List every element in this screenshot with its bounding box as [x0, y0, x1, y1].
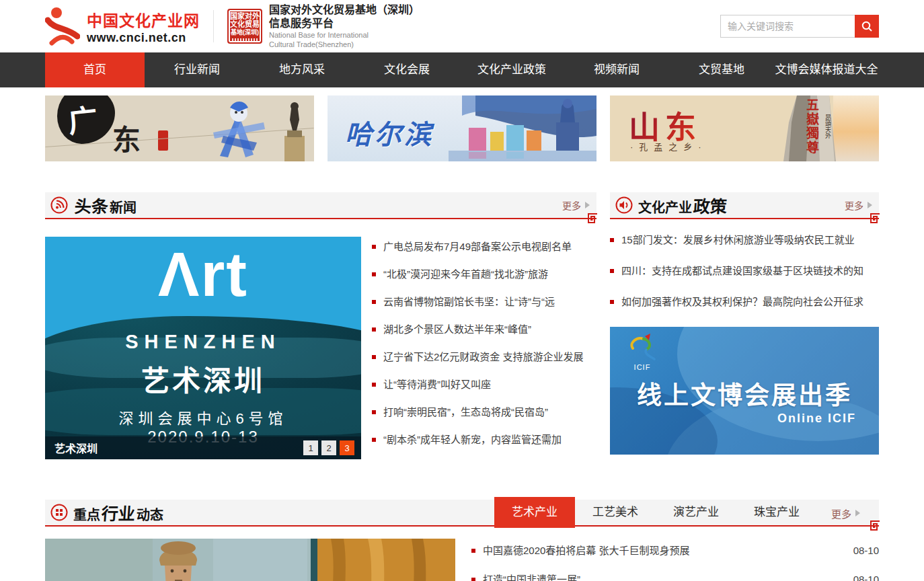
site-url: www.cnci.net.cn	[87, 31, 200, 45]
header-divider	[213, 10, 214, 42]
slide-caption-bar: 艺术深圳 1 2 3	[45, 436, 361, 459]
policy-speaker-icon	[615, 196, 633, 214]
base-subtitle-line1: National Base for International	[269, 30, 420, 40]
nav-item-media-reports[interactable]: 文博会媒体报道大全	[774, 52, 879, 87]
nav-item-culture-expo[interactable]: 文化会展	[354, 52, 459, 87]
art-logo-sub: SHENZHEN	[45, 331, 361, 353]
more-arrow-icon	[868, 202, 872, 208]
icif-ribbon-icon	[627, 334, 657, 360]
logo-figure-icon	[45, 7, 80, 46]
site-logo[interactable]: 中国文化产业网 www.cnci.net.cn	[45, 7, 200, 46]
headline-more-link[interactable]: 更多	[562, 198, 590, 212]
harbin-cityscape	[449, 95, 596, 161]
icif-banner[interactable]: ICIF 线上文博会展出季 Online ICIF	[610, 327, 879, 455]
nav-item-local-style[interactable]: 地方风采	[249, 52, 354, 87]
industry-grid-icon	[50, 504, 68, 521]
region-banners: 广 东	[45, 95, 879, 161]
tab-jewelry[interactable]: 珠宝产业	[736, 497, 817, 528]
banner-harbin-title: 哈尔滨	[345, 113, 434, 152]
news-item[interactable]: “剧本杀”成年轻人新宠，内容监管还需加	[372, 426, 596, 453]
art-logo: Λrt	[45, 243, 361, 305]
industry-article-image[interactable]	[45, 539, 455, 581]
policy-section-header: 文化产业 政策 更多	[610, 192, 879, 219]
news-item[interactable]: 让“等待消费”叫好又叫座	[372, 371, 596, 398]
policy-news-list: 15部门发文：发展乡村休闲旅游业等吸纳农民工就业 四川：支持在成都试点建设国家级…	[610, 225, 879, 317]
sunrise-sky	[833, 95, 879, 161]
seal-micro-text	[232, 38, 258, 42]
more-arrow-icon	[855, 510, 860, 516]
corner-ornament-icon	[870, 520, 880, 531]
banner-guangdong-char1: 广	[66, 95, 100, 141]
main-nav: 首页 行业新闻 地方风采 文化会展 文化产业政策 视频新闻 文贸基地 文博会媒体…	[0, 52, 924, 87]
seal-line: 文化贸易	[230, 20, 260, 28]
industry-news-item[interactable]: 中国嘉德2020春拍将启幕 张大千巨制现身预展 08-10	[471, 536, 879, 565]
headline-news-list: 广电总局发布7月49部备案公示电视剧名单 “北极”漠河迎来今年首趟“找北游”旅游…	[361, 233, 596, 459]
industry-section-header: 重点 行业 动态 艺术产业 工艺美术 演艺产业 珠宝产业 更多	[45, 500, 879, 527]
icif-logo-text: ICIF	[622, 363, 662, 371]
site-name: 中国文化产业网	[87, 8, 200, 31]
art-logo-cn: 艺术深圳	[45, 358, 361, 399]
icif-subtitle: Online ICIF	[777, 412, 856, 426]
industry-news-date: 08-10	[853, 536, 879, 565]
tab-art-industry[interactable]: 艺术产业	[494, 497, 575, 528]
industry-news-item[interactable]: 打造“中国非遗第一展” 08-10	[471, 565, 879, 581]
industry-news-text: 打造“中国非遗第一展”	[483, 565, 580, 581]
pager-dot-3[interactable]: 3	[340, 440, 354, 455]
nav-item-industry-news[interactable]: 行业新闻	[145, 52, 249, 87]
banner-guangdong-char2: 东	[112, 117, 141, 158]
industry-news-list: 中国嘉德2020春拍将启幕 张大千巨制现身预展 08-10 打造“中国非遗第一展…	[455, 536, 879, 581]
headline-broadcast-icon	[50, 196, 68, 214]
industry-more-link[interactable]: 更多	[831, 500, 860, 527]
news-item[interactable]: 打响“崇明民宿”，生态岛将成“民宿岛”	[372, 398, 596, 426]
news-item[interactable]: 辽宁省下达2亿元财政资金 支持旅游企业发展	[372, 343, 596, 371]
slide-pager: 1 2 3	[303, 440, 354, 455]
title-plain: 重点	[73, 504, 100, 524]
news-item[interactable]: “北极”漠河迎来今年首趟“找北游”旅游	[372, 260, 596, 288]
tab-performing-arts[interactable]: 演艺产业	[656, 497, 736, 528]
banner-harbin[interactable]: 哈尔滨	[328, 95, 596, 161]
banner-guangdong[interactable]: 广 东	[45, 95, 314, 161]
slide-caption: 艺术深圳	[54, 440, 98, 456]
more-arrow-icon	[585, 202, 590, 208]
base-title-line2: 信息服务平台	[269, 17, 420, 30]
painting-man-with-pipe	[45, 539, 455, 581]
pager-dot-1[interactable]: 1	[303, 440, 318, 455]
nav-item-video-news[interactable]: 视频新闻	[564, 52, 669, 87]
title-calligraphy: 头条	[74, 193, 110, 217]
tab-arts-crafts[interactable]: 工艺美术	[575, 497, 656, 528]
title-plain: 动态	[137, 504, 163, 524]
policy-more-link[interactable]: 更多	[845, 198, 872, 212]
pager-dot-2[interactable]: 2	[321, 440, 336, 455]
corner-ornament-icon	[587, 213, 598, 224]
industry-news-text: 中国嘉德2020春拍将启幕 张大千巨制现身预展	[483, 536, 690, 565]
icif-logo: ICIF	[622, 334, 662, 373]
news-item[interactable]: 湖北多个景区人数达半年来“峰值”	[372, 315, 596, 343]
news-item[interactable]: 云南省博物馆副馆长韦坚：让“诗”与“远	[372, 288, 596, 315]
stone-inscription: 五嶽獨尊	[802, 98, 820, 155]
icif-title: 线上文博会展出季	[610, 375, 879, 412]
search-input[interactable]	[720, 15, 855, 38]
stone-inscription-small: 昂頭天外	[824, 114, 833, 139]
nav-item-trade-base[interactable]: 文贸基地	[669, 52, 774, 87]
headline-section-title: 头条 新闻	[73, 193, 137, 217]
header: 中国文化产业网 www.cnci.net.cn 国家对外 文化贸易 基地(深圳)…	[45, 0, 879, 52]
news-item[interactable]: 广电总局发布7月49部备案公示电视剧名单	[372, 233, 596, 260]
industry-news-date: 08-10	[853, 565, 879, 581]
policy-item[interactable]: 15部门发文：发展乡村休闲旅游业等吸纳农民工就业	[610, 225, 879, 256]
base-title-block: 国家对外文化贸易基地（深圳） 信息服务平台 National Base for …	[269, 3, 420, 49]
nav-item-policy[interactable]: 文化产业政策	[459, 52, 564, 87]
nav-item-home[interactable]: 首页	[45, 52, 145, 87]
title-calligraphy: 政策	[693, 193, 728, 217]
policy-item[interactable]: 四川：支持在成都试点建设国家级基于区块链技术的知	[610, 256, 879, 286]
seal-line: 国家对外	[230, 12, 260, 20]
policy-item[interactable]: 如何加强著作权及其权利保护？最高院向社会公开征求	[610, 286, 879, 317]
base-subtitle-line2: Cultural Trade(Shenzhen)	[269, 40, 420, 49]
headline-section-header: 头条 新闻 更多	[45, 192, 596, 219]
industry-tabs: 艺术产业 工艺美术 演艺产业 珠宝产业	[494, 497, 817, 528]
featured-slide[interactable]: Λrt SHENZHEN 艺术深圳 深圳会展中心6号馆 2020.9.10-13…	[45, 237, 361, 459]
banner-shandong-tagline: ·孔孟之乡·	[630, 140, 707, 153]
banner-shandong[interactable]: 山东 ·孔孟之乡· 五嶽獨尊 昂頭天外	[610, 95, 879, 161]
title-calligraphy: 行业	[101, 500, 137, 525]
mini-seal	[158, 130, 168, 151]
search-button[interactable]	[855, 15, 879, 38]
